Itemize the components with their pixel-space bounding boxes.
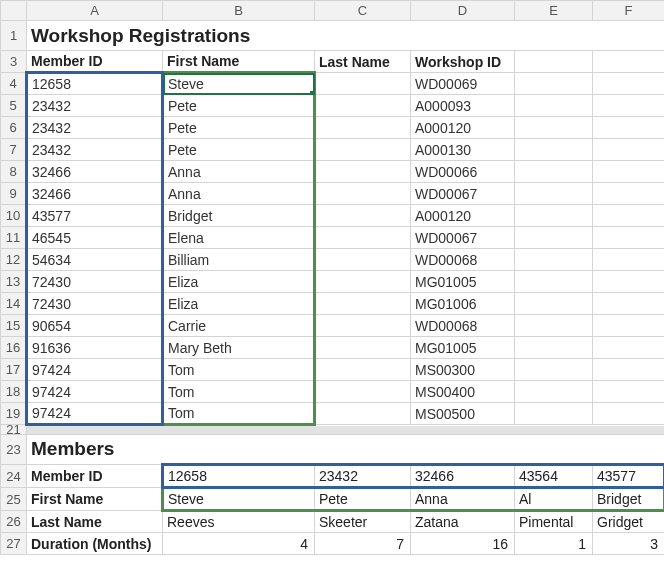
col-hdr-D[interactable]: D xyxy=(411,1,515,21)
cell-E16[interactable] xyxy=(515,337,593,359)
row-hdr-23[interactable]: 23 xyxy=(1,435,27,465)
cell-D5[interactable]: A000093 xyxy=(411,95,515,117)
cell-D8[interactable]: WD00066 xyxy=(411,161,515,183)
cell-A9[interactable]: 32466 xyxy=(27,183,163,205)
cell-C24[interactable]: 23432 xyxy=(315,465,411,488)
row-hdr-1[interactable]: 1 xyxy=(1,21,27,51)
cell-A18[interactable]: 97424 xyxy=(27,381,163,403)
cell-A17[interactable]: 97424 xyxy=(27,359,163,381)
cell-D16[interactable]: MG01005 xyxy=(411,337,515,359)
cell-C5[interactable] xyxy=(315,95,411,117)
cell-B11[interactable]: Elena xyxy=(163,227,315,249)
cell-B18[interactable]: Tom xyxy=(163,381,315,403)
cell-E25[interactable]: Al xyxy=(515,488,593,511)
cell-C6[interactable] xyxy=(315,117,411,139)
cell-C16[interactable] xyxy=(315,337,411,359)
cell-F17[interactable] xyxy=(593,359,665,381)
cell-B13[interactable]: Eliza xyxy=(163,271,315,293)
cell-D4[interactable]: WD00069 xyxy=(411,73,515,95)
row-hdr-9[interactable]: 9 xyxy=(1,183,27,205)
cell-B10[interactable]: Bridget xyxy=(163,205,315,227)
cell-E17[interactable] xyxy=(515,359,593,381)
col-hdr-C[interactable]: C xyxy=(315,1,411,21)
cell-D24[interactable]: 32466 xyxy=(411,465,515,488)
cell-A16[interactable]: 91636 xyxy=(27,337,163,359)
row-hdr-7[interactable]: 7 xyxy=(1,139,27,161)
select-all-corner[interactable] xyxy=(1,1,27,21)
cell-A10[interactable]: 43577 xyxy=(27,205,163,227)
cell-F10[interactable] xyxy=(593,205,665,227)
row-hdr-21[interactable]: 21 xyxy=(1,425,27,435)
cell-D10[interactable]: A000120 xyxy=(411,205,515,227)
cell-B4[interactable]: Steve xyxy=(163,73,315,95)
cell-F15[interactable] xyxy=(593,315,665,337)
cell-F13[interactable] xyxy=(593,271,665,293)
cell-E18[interactable] xyxy=(515,381,593,403)
row-hdr-18[interactable]: 18 xyxy=(1,381,27,403)
cell-E6[interactable] xyxy=(515,117,593,139)
cell-B14[interactable]: Eliza xyxy=(163,293,315,315)
row-hdr-6[interactable]: 6 xyxy=(1,117,27,139)
cell-C7[interactable] xyxy=(315,139,411,161)
cell-A8[interactable]: 32466 xyxy=(27,161,163,183)
cell-C14[interactable] xyxy=(315,293,411,315)
row-hdr-3[interactable]: 3 xyxy=(1,51,27,73)
cell-C11[interactable] xyxy=(315,227,411,249)
cell-D17[interactable]: MS00300 xyxy=(411,359,515,381)
cell-B7[interactable]: Pete xyxy=(163,139,315,161)
cell-E11[interactable] xyxy=(515,227,593,249)
row-hdr-24[interactable]: 24 xyxy=(1,465,27,488)
cell-B26[interactable]: Reeves xyxy=(163,511,315,533)
cell-F18[interactable] xyxy=(593,381,665,403)
cell-B9[interactable]: Anna xyxy=(163,183,315,205)
cell-A7[interactable]: 23432 xyxy=(27,139,163,161)
cell-A13[interactable]: 72430 xyxy=(27,271,163,293)
cell-C4[interactable] xyxy=(315,73,411,95)
cell-E3[interactable] xyxy=(515,51,593,73)
cell-C12[interactable] xyxy=(315,249,411,271)
cell-F3[interactable] xyxy=(593,51,665,73)
cell-F9[interactable] xyxy=(593,183,665,205)
cell-A14[interactable]: 72430 xyxy=(27,293,163,315)
cell-A12[interactable]: 54634 xyxy=(27,249,163,271)
row-hdr-12[interactable]: 12 xyxy=(1,249,27,271)
cell-A5[interactable]: 23432 xyxy=(27,95,163,117)
cell-D25[interactable]: Anna xyxy=(411,488,515,511)
row-hdr-27[interactable]: 27 xyxy=(1,533,27,555)
row-hdr-26[interactable]: 26 xyxy=(1,511,27,533)
cell-E12[interactable] xyxy=(515,249,593,271)
row-hdr-15[interactable]: 15 xyxy=(1,315,27,337)
cell-D18[interactable]: MS00400 xyxy=(411,381,515,403)
row-hdr-25[interactable]: 25 xyxy=(1,488,27,511)
col-hdr-A[interactable]: A xyxy=(27,1,163,21)
cell-C18[interactable] xyxy=(315,381,411,403)
cell-D27[interactable]: 16 xyxy=(411,533,515,555)
cell-F14[interactable] xyxy=(593,293,665,315)
row-hdr-10[interactable]: 10 xyxy=(1,205,27,227)
col-hdr-F[interactable]: F xyxy=(593,1,665,21)
cell-A15[interactable]: 90654 xyxy=(27,315,163,337)
cell-A11[interactable]: 46545 xyxy=(27,227,163,249)
row-hdr-4[interactable]: 4 xyxy=(1,73,27,95)
cell-B6[interactable]: Pete xyxy=(163,117,315,139)
cell-C19[interactable] xyxy=(315,403,411,425)
cell-E8[interactable] xyxy=(515,161,593,183)
cell-E9[interactable] xyxy=(515,183,593,205)
cell-D13[interactable]: MG01005 xyxy=(411,271,515,293)
row-hdr-17[interactable]: 17 xyxy=(1,359,27,381)
cell-D9[interactable]: WD00067 xyxy=(411,183,515,205)
cell-D11[interactable]: WD00067 xyxy=(411,227,515,249)
cell-F19[interactable] xyxy=(593,403,665,425)
cell-D12[interactable]: WD00068 xyxy=(411,249,515,271)
cell-E5[interactable] xyxy=(515,95,593,117)
row-hdr-11[interactable]: 11 xyxy=(1,227,27,249)
cell-E27[interactable]: 1 xyxy=(515,533,593,555)
cell-B19[interactable]: Tom xyxy=(163,403,315,425)
cell-B24[interactable]: 12658 xyxy=(163,465,315,488)
row-hdr-13[interactable]: 13 xyxy=(1,271,27,293)
cell-C9[interactable] xyxy=(315,183,411,205)
cell-F4[interactable] xyxy=(593,73,665,95)
cell-B15[interactable]: Carrie xyxy=(163,315,315,337)
cell-F5[interactable] xyxy=(593,95,665,117)
cell-D14[interactable]: MG01006 xyxy=(411,293,515,315)
